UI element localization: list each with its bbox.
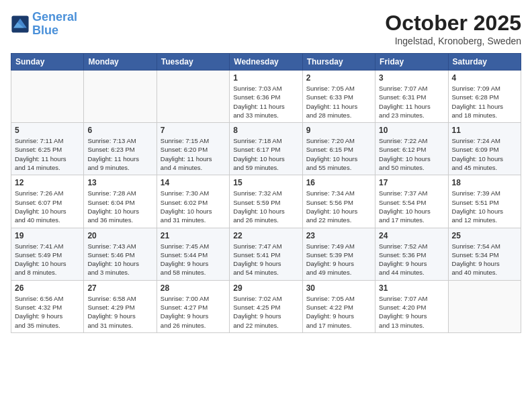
day-number: 10 bbox=[379, 126, 444, 135]
day-of-week-header: Sunday bbox=[11, 54, 84, 71]
day-number: 16 bbox=[306, 178, 371, 187]
calendar-day-cell: 1Sunrise: 7:03 AM Sunset: 6:36 PM Daylig… bbox=[230, 71, 302, 123]
day-number: 3 bbox=[379, 73, 444, 83]
day-content: Sunrise: 7:54 AM Sunset: 5:34 PM Dayligh… bbox=[452, 242, 517, 277]
day-of-week-header: Friday bbox=[375, 54, 448, 71]
calendar-day-cell: 30Sunrise: 7:05 AM Sunset: 4:22 PM Dayli… bbox=[302, 280, 375, 332]
day-of-week-header: Thursday bbox=[302, 54, 375, 71]
day-number: 19 bbox=[15, 231, 80, 240]
calendar-day-cell: 20Sunrise: 7:43 AM Sunset: 5:46 PM Dayli… bbox=[84, 228, 157, 280]
day-content: Sunrise: 7:37 AM Sunset: 5:54 PM Dayligh… bbox=[379, 189, 444, 224]
day-number: 17 bbox=[379, 178, 444, 187]
day-content: Sunrise: 7:15 AM Sunset: 6:20 PM Dayligh… bbox=[161, 136, 226, 172]
day-number: 26 bbox=[15, 283, 80, 293]
calendar-day-cell: 16Sunrise: 7:34 AM Sunset: 5:56 PM Dayli… bbox=[302, 175, 375, 228]
header: GeneralBlue October 2025 Ingelstad, Kron… bbox=[11, 11, 521, 46]
calendar: SundayMondayTuesdayWednesdayThursdayFrid… bbox=[11, 53, 521, 333]
calendar-day-cell: 17Sunrise: 7:37 AM Sunset: 5:54 PM Dayli… bbox=[375, 175, 448, 228]
calendar-day-cell: 12Sunrise: 7:26 AM Sunset: 6:07 PM Dayli… bbox=[11, 175, 84, 228]
calendar-week-row: 1Sunrise: 7:03 AM Sunset: 6:36 PM Daylig… bbox=[11, 71, 521, 123]
calendar-day-cell: 2Sunrise: 7:05 AM Sunset: 6:33 PM Daylig… bbox=[302, 71, 375, 123]
day-number: 11 bbox=[452, 126, 517, 135]
calendar-day-cell: 15Sunrise: 7:32 AM Sunset: 5:59 PM Dayli… bbox=[230, 175, 302, 228]
day-number: 1 bbox=[233, 73, 298, 83]
day-number: 6 bbox=[87, 126, 152, 135]
calendar-day-cell: 24Sunrise: 7:52 AM Sunset: 5:36 PM Dayli… bbox=[375, 228, 448, 280]
day-number: 28 bbox=[161, 283, 226, 293]
day-content: Sunrise: 7:43 AM Sunset: 5:46 PM Dayligh… bbox=[87, 242, 152, 277]
day-number: 29 bbox=[233, 283, 298, 293]
calendar-day-cell: 25Sunrise: 7:54 AM Sunset: 5:34 PM Dayli… bbox=[448, 228, 521, 280]
day-number: 15 bbox=[233, 178, 298, 187]
day-number: 24 bbox=[379, 231, 444, 240]
calendar-day-cell: 4Sunrise: 7:09 AM Sunset: 6:28 PM Daylig… bbox=[448, 71, 521, 123]
calendar-day-cell: 21Sunrise: 7:45 AM Sunset: 5:44 PM Dayli… bbox=[157, 228, 229, 280]
day-content: Sunrise: 7:13 AM Sunset: 6:23 PM Dayligh… bbox=[87, 136, 152, 172]
day-of-week-header: Saturday bbox=[448, 54, 521, 71]
day-content: Sunrise: 7:49 AM Sunset: 5:39 PM Dayligh… bbox=[306, 242, 371, 277]
day-content: Sunrise: 7:41 AM Sunset: 5:49 PM Dayligh… bbox=[15, 242, 80, 277]
day-number: 7 bbox=[161, 126, 226, 135]
day-content: Sunrise: 7:52 AM Sunset: 5:36 PM Dayligh… bbox=[379, 242, 444, 277]
calendar-day-cell: 8Sunrise: 7:18 AM Sunset: 6:17 PM Daylig… bbox=[230, 123, 302, 175]
calendar-day-cell: 31Sunrise: 7:07 AM Sunset: 4:20 PM Dayli… bbox=[375, 280, 448, 332]
day-content: Sunrise: 7:00 AM Sunset: 4:27 PM Dayligh… bbox=[161, 294, 226, 330]
day-content: Sunrise: 6:56 AM Sunset: 4:32 PM Dayligh… bbox=[15, 294, 80, 330]
day-content: Sunrise: 7:18 AM Sunset: 6:17 PM Dayligh… bbox=[233, 136, 298, 172]
calendar-week-row: 26Sunrise: 6:56 AM Sunset: 4:32 PM Dayli… bbox=[11, 280, 521, 332]
calendar-empty-cell bbox=[448, 280, 521, 332]
day-of-week-header: Monday bbox=[84, 54, 157, 71]
page: GeneralBlue October 2025 Ingelstad, Kron… bbox=[0, 0, 532, 411]
day-number: 9 bbox=[306, 126, 371, 135]
day-number: 13 bbox=[87, 178, 152, 187]
day-number: 8 bbox=[233, 126, 298, 135]
day-content: Sunrise: 7:05 AM Sunset: 6:33 PM Dayligh… bbox=[306, 84, 371, 120]
day-number: 27 bbox=[87, 283, 152, 293]
calendar-day-cell: 27Sunrise: 6:58 AM Sunset: 4:29 PM Dayli… bbox=[84, 280, 157, 332]
day-content: Sunrise: 7:07 AM Sunset: 4:20 PM Dayligh… bbox=[379, 294, 444, 330]
day-content: Sunrise: 7:02 AM Sunset: 4:25 PM Dayligh… bbox=[233, 294, 298, 330]
day-number: 12 bbox=[15, 178, 80, 187]
calendar-day-cell: 7Sunrise: 7:15 AM Sunset: 6:20 PM Daylig… bbox=[157, 123, 229, 175]
day-number: 20 bbox=[87, 231, 152, 240]
calendar-day-cell: 13Sunrise: 7:28 AM Sunset: 6:04 PM Dayli… bbox=[84, 175, 157, 228]
calendar-day-cell: 23Sunrise: 7:49 AM Sunset: 5:39 PM Dayli… bbox=[302, 228, 375, 280]
day-number: 31 bbox=[379, 283, 444, 293]
day-number: 4 bbox=[452, 73, 517, 83]
calendar-week-row: 12Sunrise: 7:26 AM Sunset: 6:07 PM Dayli… bbox=[11, 175, 521, 228]
day-number: 30 bbox=[306, 283, 371, 293]
day-content: Sunrise: 7:34 AM Sunset: 5:56 PM Dayligh… bbox=[306, 189, 371, 224]
calendar-day-cell: 10Sunrise: 7:22 AM Sunset: 6:12 PM Dayli… bbox=[375, 123, 448, 175]
location: Ingelstad, Kronoberg, Sweden bbox=[385, 36, 521, 46]
calendar-week-row: 5Sunrise: 7:11 AM Sunset: 6:25 PM Daylig… bbox=[11, 123, 521, 175]
calendar-day-cell: 19Sunrise: 7:41 AM Sunset: 5:49 PM Dayli… bbox=[11, 228, 84, 280]
day-content: Sunrise: 7:24 AM Sunset: 6:09 PM Dayligh… bbox=[452, 136, 517, 172]
logo: GeneralBlue bbox=[11, 11, 77, 38]
calendar-empty-cell bbox=[11, 71, 84, 123]
calendar-day-cell: 3Sunrise: 7:07 AM Sunset: 6:31 PM Daylig… bbox=[375, 71, 448, 123]
day-content: Sunrise: 7:28 AM Sunset: 6:04 PM Dayligh… bbox=[87, 189, 152, 224]
day-content: Sunrise: 7:32 AM Sunset: 5:59 PM Dayligh… bbox=[233, 189, 298, 224]
logo-icon bbox=[11, 15, 30, 34]
day-content: Sunrise: 7:45 AM Sunset: 5:44 PM Dayligh… bbox=[161, 242, 226, 277]
calendar-header-row: SundayMondayTuesdayWednesdayThursdayFrid… bbox=[11, 54, 521, 71]
calendar-day-cell: 29Sunrise: 7:02 AM Sunset: 4:25 PM Dayli… bbox=[230, 280, 302, 332]
day-content: Sunrise: 7:39 AM Sunset: 5:51 PM Dayligh… bbox=[452, 189, 517, 224]
calendar-day-cell: 5Sunrise: 7:11 AM Sunset: 6:25 PM Daylig… bbox=[11, 123, 84, 175]
calendar-day-cell: 22Sunrise: 7:47 AM Sunset: 5:41 PM Dayli… bbox=[230, 228, 302, 280]
calendar-day-cell: 18Sunrise: 7:39 AM Sunset: 5:51 PM Dayli… bbox=[448, 175, 521, 228]
day-number: 2 bbox=[306, 73, 371, 83]
calendar-empty-cell bbox=[84, 71, 157, 123]
day-content: Sunrise: 7:30 AM Sunset: 6:02 PM Dayligh… bbox=[161, 189, 226, 224]
calendar-day-cell: 9Sunrise: 7:20 AM Sunset: 6:15 PM Daylig… bbox=[302, 123, 375, 175]
day-content: Sunrise: 7:07 AM Sunset: 6:31 PM Dayligh… bbox=[379, 84, 444, 120]
day-content: Sunrise: 7:09 AM Sunset: 6:28 PM Dayligh… bbox=[452, 84, 517, 120]
calendar-empty-cell bbox=[157, 71, 229, 123]
day-number: 25 bbox=[452, 231, 517, 240]
day-content: Sunrise: 7:26 AM Sunset: 6:07 PM Dayligh… bbox=[15, 189, 80, 224]
title-block: October 2025 Ingelstad, Kronoberg, Swede… bbox=[385, 11, 521, 46]
day-content: Sunrise: 7:05 AM Sunset: 4:22 PM Dayligh… bbox=[306, 294, 371, 330]
day-of-week-header: Tuesday bbox=[157, 54, 229, 71]
day-content: Sunrise: 7:20 AM Sunset: 6:15 PM Dayligh… bbox=[306, 136, 371, 172]
calendar-week-row: 19Sunrise: 7:41 AM Sunset: 5:49 PM Dayli… bbox=[11, 228, 521, 280]
